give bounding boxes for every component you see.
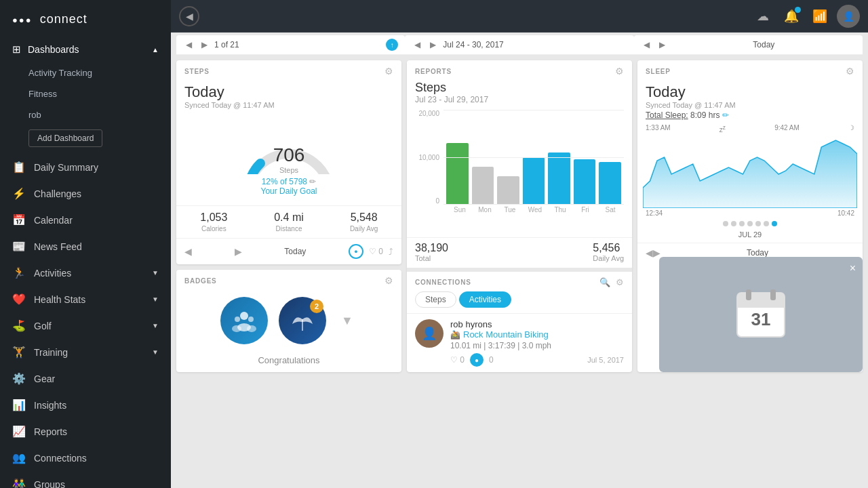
badges-widget-header: BADGES ⚙ [176,270,401,289]
sidebar-item-rob[interactable]: rob [0,104,171,125]
sleep-settings-icon[interactable]: ⚙ [846,66,854,77]
sleep-nav-right: 10:42 [837,209,854,217]
connection-avatar: 👤 [415,319,443,348]
connections-actions: 🔍 ⚙ [599,277,624,287]
reports-next-button[interactable]: ▶ [427,39,439,51]
gear-label: Gear [34,373,55,384]
sleep-nav-times: 12:34 10:42 [643,208,857,218]
user-avatar[interactable]: 👤 [837,5,860,28]
connection-name: rob hyrons [450,319,624,329]
steps-number: 706 [273,144,305,166]
svg-text:31: 31 [751,309,771,329]
connections-label: Connections [34,453,87,464]
calories-value: 1,053 [179,211,249,224]
reports-widget-label: REPORTS [415,68,452,75]
sidebar-item-activity-tracking[interactable]: Activity Tracking [0,62,171,83]
sidebar-item-fitness[interactable]: Fitness [0,83,171,104]
sleep-prev-button[interactable]: ◀ [641,39,652,51]
tab-steps[interactable]: Steps [415,291,456,308]
steps-next-button[interactable]: ▶ [199,39,210,51]
steps-comment-button[interactable]: ● [349,244,363,259]
badges-widget: BADGES ⚙ 2 [176,270,401,372]
golf-label: Golf [34,321,52,331]
sleep-nav-left: 12:34 [646,209,663,217]
sleep-widget-label: SLEEP [646,68,671,75]
daily-summary-label: Daily Summary [34,162,98,173]
connections-settings-button[interactable]: ⚙ [616,277,624,287]
reports-totals: 38,190 Total 5,456 Daily Avg [407,237,632,268]
sleep-moon-icon: ☽ [848,124,854,134]
connection-comment-button[interactable]: ● [470,353,484,367]
calendar-icon-svg: 31 [734,286,788,340]
steps-sync-text: Synced Today @ 11:47 AM [176,101,401,113]
upload-icon[interactable]: ☁ [751,5,774,28]
steps-share-button[interactable]: ⤴ [389,247,393,257]
reports-prev-button[interactable]: ◀ [412,39,423,51]
sleep-dot-1 [723,221,728,226]
connection-activity-link[interactable]: Rock Mountain Biking [463,329,549,340]
reports-label: Reports [34,426,67,437]
connections-widget-label: CONNECTIONS [415,279,471,286]
reports-daily-avg-label: Daily Avg [593,254,624,262]
steps-nav-badge[interactable]: ↑ [386,39,398,51]
steps-footer-next[interactable]: ▶ [235,246,242,257]
notifications-icon[interactable]: 🔔 [780,5,803,28]
device-icon[interactable]: 📶 [808,5,831,28]
reports-widget: REPORTS ⚙ Steps Jul 23 - Jul 29, 2017 20… [407,60,632,372]
gauge-value: 706 Steps [273,144,305,174]
reports-settings-icon[interactable]: ⚙ [615,66,624,77]
sleep-dot-2 [731,221,736,226]
xaxis-fri: Fri [574,206,596,214]
steps-footer-prev[interactable]: ◀ [184,246,192,257]
groups-icon: 👫 [12,478,26,488]
sleep-date-label: JUL 29 [643,229,857,240]
steps-widget: STEPS ⚙ Today Synced Today @ 11:47 AM 70… [176,60,401,264]
congrats-text: Congratulations [176,352,401,372]
activities-icon: 🏃 [12,266,26,279]
connection-date: Jul 5, 2017 [587,356,624,364]
sleep-footer-next[interactable]: ▶ [653,247,660,258]
badges-settings-icon[interactable]: ⚙ [384,275,393,286]
svg-point-11 [247,325,256,332]
steps-settings-icon[interactable]: ⚙ [384,66,393,77]
dashboards-section[interactable]: ⊞ Dashboards ▲ [0,37,171,62]
bar-sat [599,162,621,205]
training-label: Training [34,347,68,358]
sidebar-item-calendar[interactable]: 📅 Calendar [0,207,171,233]
sidebar-item-gear[interactable]: ⚙️ Gear [0,365,171,392]
sidebar-item-daily-summary[interactable]: 📋 Daily Summary [0,154,171,180]
sleep-footer-prev[interactable]: ◀ [646,247,653,258]
badges-chevron-down[interactable]: ▼ [337,310,357,332]
sidebar-item-reports[interactable]: 📈 Reports [0,418,171,445]
connections-search-button[interactable]: 🔍 [599,277,610,287]
bar-thu [548,152,570,205]
badge-community [220,297,268,344]
steps-goal-text: 12% of 5798 ✏ Your Daily Goal [261,174,317,200]
daily-avg-label: Daily Avg [329,225,399,232]
reports-title: Steps [407,79,632,95]
sleep-edit-icon[interactable]: ✏ [722,110,729,120]
steps-widget-footer: ◀ ▶ Today ● ♡ 0 ⤴ [176,238,401,264]
back-button[interactable]: ◀ [179,6,199,26]
sidebar-item-activities[interactable]: 🏃 Activities ▼ [0,260,171,286]
sidebar-item-groups[interactable]: 👫 Groups [0,471,171,488]
notification-close-button[interactable]: × [850,262,856,274]
sidebar-item-golf[interactable]: ⛳ Golf ▼ [0,312,171,339]
sidebar-item-health-stats[interactable]: ❤️ Health Stats ▼ [0,286,171,312]
tab-activities[interactable]: Activities [459,291,511,308]
sleep-next-button[interactable]: ▶ [656,39,668,51]
steps-prev-button[interactable]: ◀ [183,39,195,51]
bar-sun [446,143,469,205]
sidebar-item-training[interactable]: 🏋️ Training ▼ [0,339,171,365]
sidebar-item-insights[interactable]: 📊 Insights [0,392,171,418]
connection-actions: ♡ 0 ● 0 Jul 5, 2017 [450,353,624,367]
sleep-dot-6 [764,221,769,226]
add-dashboard-button[interactable]: Add Dashboard [28,129,102,147]
reports-total-label: Total [415,254,448,262]
sidebar-item-news-feed[interactable]: 📰 News Feed [0,233,171,260]
xaxis-wed: Wed [524,206,546,214]
sidebar-item-challenges[interactable]: ⚡ Challenges [0,180,171,207]
yaxis-0: 0 [435,197,439,205]
dashboard-icon: ⊞ [12,43,21,56]
sidebar-item-connections[interactable]: 👥 Connections [0,445,171,471]
